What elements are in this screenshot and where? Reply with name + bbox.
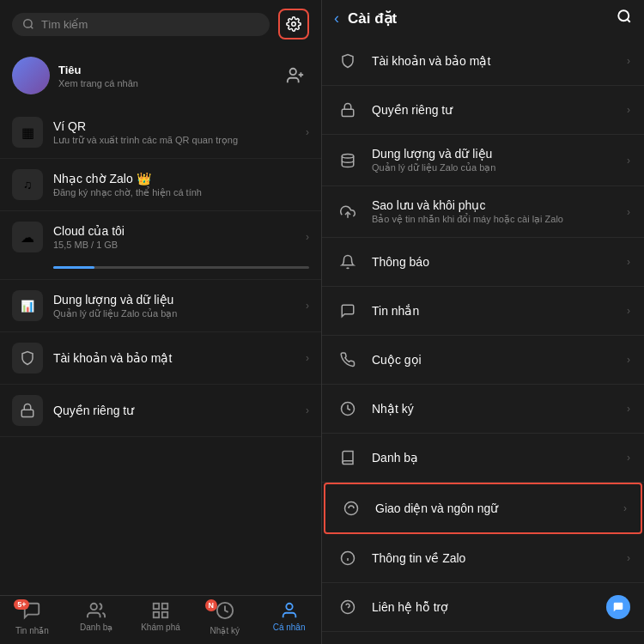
svg-line-1 — [31, 27, 33, 29]
chevron-icon: › — [627, 55, 630, 67]
nav-profile-label: Cá nhân — [273, 623, 306, 632]
music-title: Nhạc chờ Zalo 👑 — [53, 172, 309, 185]
shield-icon — [12, 343, 43, 374]
gear-button[interactable] — [278, 9, 309, 39]
settings-messages[interactable]: Tin nhắn › — [322, 287, 644, 336]
svg-point-14 — [618, 10, 629, 21]
qr-subtitle: Lưu trữ và xuất trình các mã QR quan trọ… — [53, 135, 295, 146]
chevron-icon: › — [627, 155, 630, 167]
settings-privacy-title: Quyền riêng tư — [372, 103, 615, 117]
menu-item-account[interactable]: Tài khoản và bảo mật › — [0, 332, 321, 385]
settings-support[interactable]: Liên hệ hỗ trợ — [322, 583, 644, 632]
contacts-icon — [87, 601, 106, 620]
privacy-lock-icon — [336, 98, 360, 122]
profile-subtitle: Xem trang cá nhân — [58, 78, 273, 88]
data-icon: 📊 — [12, 290, 43, 321]
settings-account-title: Tài khoản và bảo mật — [372, 54, 615, 68]
settings-storage[interactable]: Dung lượng và dữ liệu Quản lý dữ liệu Za… — [322, 135, 644, 186]
chevron-icon: › — [627, 552, 630, 564]
music-icon: ♫ — [12, 169, 43, 200]
settings-contacts[interactable]: Danh bạ › — [322, 434, 644, 483]
profile-nav-icon — [280, 601, 299, 620]
data-subtitle: Quản lý dữ liệu Zalo của bạn — [53, 308, 295, 319]
settings-messages-title: Tin nhắn — [372, 304, 615, 318]
chevron-icon: › — [306, 404, 309, 416]
settings-backup-subtitle: Bảo vệ tin nhắn khi đổi máy hoặc cài lại… — [372, 214, 615, 225]
nav-profile[interactable]: Cá nhân — [257, 601, 321, 635]
menu-item-cloud[interactable]: ☁ Cloud của tôi 15,5 MB / 1 GB › — [0, 211, 321, 280]
svg-rect-10 — [162, 612, 167, 617]
svg-rect-9 — [162, 604, 167, 609]
settings-about[interactable]: Thông tin về Zalo › — [322, 534, 644, 583]
chevron-icon: › — [627, 354, 630, 366]
chevron-icon: › — [627, 403, 630, 415]
chevron-icon: › — [627, 452, 630, 464]
settings-notifications-title: Thông báo — [372, 255, 615, 269]
settings-calls[interactable]: Cuộc gọi › — [322, 336, 644, 385]
chevron-icon: › — [627, 305, 630, 317]
settings-account[interactable]: Tài khoản và bảo mật › — [322, 37, 644, 86]
privacy-title: Quyền riêng tư — [53, 404, 295, 417]
settings-storage-title: Dung lượng và dữ liệu — [372, 147, 615, 161]
data-title: Dung lượng và dữ liệu — [53, 293, 295, 307]
settings-storage-subtitle: Quản lý dữ liệu Zalo của bạn — [372, 162, 615, 173]
svg-point-13 — [286, 604, 292, 610]
account-title: Tài khoản và bảo mật — [53, 351, 295, 365]
settings-search-button[interactable] — [617, 9, 632, 28]
palette-icon — [339, 496, 363, 520]
left-header: Tìm kiếm — [0, 0, 321, 48]
back-button[interactable]: ‹ — [334, 9, 339, 27]
settings-support-title: Liên hệ hỗ trợ — [372, 600, 594, 614]
phone-icon — [336, 348, 360, 372]
settings-contacts-title: Danh bạ — [372, 451, 615, 465]
nav-diary-label: Nhật ký — [210, 626, 240, 635]
qr-icon: ▦ — [12, 117, 43, 148]
svg-rect-16 — [342, 109, 354, 116]
chevron-icon: › — [627, 206, 630, 218]
diary-icon — [216, 601, 234, 620]
messages-badge: 5+ — [14, 599, 29, 610]
menu-item-qr[interactable]: ▦ Ví QR Lưu trữ và xuất trình các mã QR … — [0, 106, 321, 159]
menu-item-privacy[interactable]: Quyền riêng tư › — [0, 385, 321, 437]
svg-point-3 — [290, 69, 296, 75]
chevron-icon: › — [306, 300, 309, 312]
settings-title: Cài đặt — [348, 9, 608, 27]
menu-item-music[interactable]: ♫ Nhạc chờ Zalo 👑 Đăng ký nhạc chờ, thể … — [0, 159, 321, 211]
info-icon — [336, 546, 360, 570]
settings-notifications[interactable]: Thông báo › — [322, 238, 644, 287]
cloud-subtitle: 15,5 MB / 1 GB — [53, 240, 295, 250]
chevron-icon: › — [627, 104, 630, 116]
svg-rect-11 — [154, 612, 159, 617]
settings-privacy[interactable]: Quyền riêng tư › — [322, 86, 644, 135]
diary-badge: N — [205, 599, 217, 611]
qr-title: Ví QR — [53, 119, 295, 133]
settings-interface[interactable]: Giao diện và ngôn ngữ › — [324, 483, 642, 534]
search-bar[interactable]: Tìm kiếm — [12, 13, 270, 36]
settings-diary-title: Nhật ký — [372, 402, 615, 416]
chevron-icon: › — [306, 231, 309, 243]
backup-cloud-icon — [336, 200, 360, 224]
profile-info: Tiêu Xem trang cá nhân — [58, 64, 273, 88]
settings-about-title: Thông tin về Zalo — [372, 551, 615, 565]
menu-item-data[interactable]: 📊 Dung lượng và dữ liệu Quản lý dữ liệu … — [0, 280, 321, 332]
profile-section[interactable]: Tiêu Xem trang cá nhân — [0, 48, 321, 103]
storage-icon — [336, 149, 360, 173]
avatar — [12, 57, 50, 94]
nav-contacts[interactable]: Danh bạ — [64, 601, 129, 635]
nav-messages[interactable]: 5+ Tin nhắn — [0, 601, 64, 635]
svg-point-0 — [24, 20, 32, 27]
settings-calls-title: Cuộc gọi — [372, 353, 615, 367]
explore-icon — [151, 601, 170, 620]
profile-name: Tiêu — [58, 64, 273, 76]
nav-diary[interactable]: N Nhật ký — [192, 601, 257, 635]
add-friend-button[interactable] — [282, 62, 309, 89]
cloud-progress-bar — [12, 266, 309, 269]
bell-icon — [336, 250, 360, 274]
svg-point-2 — [292, 22, 296, 27]
nav-explore[interactable]: Khám phá — [129, 601, 193, 635]
settings-backup[interactable]: Sao lưu và khôi phục Bảo vệ tin nhắn khi… — [322, 186, 644, 238]
account-shield-icon — [336, 49, 360, 73]
settings-diary[interactable]: Nhật ký › — [322, 385, 644, 434]
music-subtitle: Đăng ký nhạc chờ, thể hiện cá tính — [53, 187, 309, 198]
right-header: ‹ Cài đặt — [322, 0, 644, 37]
